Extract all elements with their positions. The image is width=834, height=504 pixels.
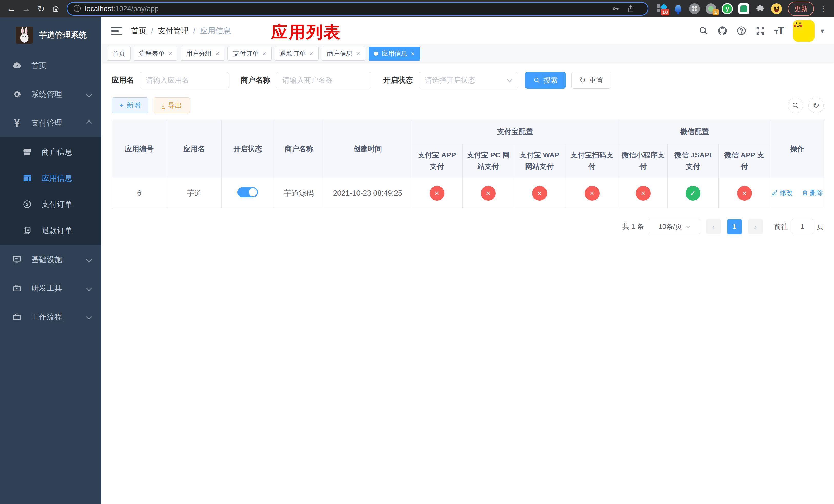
sidebar-item-refund-orders[interactable]: 退款订单 <box>0 217 101 244</box>
browser-back-button[interactable]: ← <box>5 2 18 15</box>
browser-home-button[interactable] <box>49 2 63 15</box>
monitor-icon <box>11 255 23 264</box>
goto-suffix: 页 <box>817 222 824 231</box>
extension-recorder-icon[interactable]: 1 <box>705 3 717 14</box>
col-app-id: 应用编号 <box>112 120 167 178</box>
extension-command-icon[interactable]: ⌘ <box>689 3 700 14</box>
pagination: 共 1 条 10条/页 ‹ 1 › 前往 页 <box>112 219 824 234</box>
app-name-input[interactable] <box>139 72 229 88</box>
goto-page-input[interactable] <box>792 219 813 234</box>
extension-badge: 10 <box>661 9 670 15</box>
col-wechat-app: 微信 APP 支付 <box>719 144 770 178</box>
close-icon[interactable]: × <box>215 50 219 57</box>
tab-app-info-active[interactable]: 应用信息× <box>369 47 420 61</box>
prev-page-button[interactable]: ‹ <box>706 219 721 234</box>
reset-button[interactable]: ↻ 重置 <box>571 72 611 89</box>
download-icon: ↓ <box>161 102 165 109</box>
tab-refund-orders[interactable]: 退款订单× <box>275 47 319 61</box>
tab-user-group[interactable]: 用户分组× <box>180 47 224 61</box>
status-toggle[interactable] <box>238 187 258 198</box>
sidebar-item-merchant-info[interactable]: 商户信息 <box>0 139 101 165</box>
status-fail-icon: × <box>737 186 752 201</box>
app-table: 应用编号 应用名 开启状态 商户名称 创建时间 支付宝配置 微信配置 操作 支付… <box>112 120 824 208</box>
page-size-select[interactable]: 10条/页 <box>649 219 700 234</box>
pencil-icon <box>771 189 778 196</box>
chevron-down-icon <box>86 314 92 320</box>
password-key-icon[interactable] <box>612 5 620 13</box>
font-size-icon[interactable]: TT <box>774 25 784 37</box>
sidebar-item-pay-orders[interactable]: ¥ 支付订单 <box>0 191 101 217</box>
chrome-update-button[interactable]: 更新 <box>788 2 814 16</box>
sidebar-item-system[interactable]: 系统管理 <box>0 80 101 109</box>
col-alipay-pc: 支付宝 PC 网站支付 <box>463 144 514 178</box>
sidebar-item-workflow[interactable]: 工作流程 <box>0 302 101 331</box>
avatar-caret-icon[interactable]: ▾ <box>821 27 824 35</box>
col-alipay-app: 支付宝 APP 支付 <box>411 144 463 178</box>
delete-link[interactable]: 删除 <box>802 188 823 198</box>
share-icon[interactable] <box>627 5 635 13</box>
browser-menu-icon[interactable]: ⋮ <box>815 4 829 14</box>
search-icon[interactable] <box>698 26 708 36</box>
col-wechat-lite: 微信小程序支付 <box>619 144 667 178</box>
status-select[interactable]: 请选择开启状态 <box>419 72 518 88</box>
edit-link[interactable]: 修改 <box>771 188 793 198</box>
goto-prefix: 前往 <box>774 222 788 231</box>
sidebar-toggle-icon[interactable] <box>111 25 122 37</box>
refresh-table-button[interactable]: ↻ <box>808 98 824 113</box>
site-info-icon[interactable]: ⓘ <box>73 4 81 14</box>
search-icon <box>792 101 799 109</box>
extension-chat-icon[interactable] <box>738 3 749 14</box>
extension-balloon-icon[interactable] <box>673 3 684 14</box>
cell-merchant: 芋道源码 <box>274 178 324 208</box>
status-success-icon: ✓ <box>685 186 700 201</box>
url-bar[interactable]: ⓘ localhost:1024/pay/app <box>67 2 648 16</box>
breadcrumb-home[interactable]: 首页 <box>131 26 147 36</box>
browser-reload-button[interactable]: ↻ <box>35 2 48 15</box>
sidebar-item-payment[interactable]: ¥ 支付管理 <box>0 109 101 137</box>
close-icon[interactable]: × <box>411 50 415 57</box>
extension-y-icon[interactable]: y <box>722 3 733 14</box>
col-status: 开启状态 <box>222 120 274 178</box>
close-icon[interactable]: × <box>356 50 360 57</box>
svg-text:¥: ¥ <box>26 202 28 207</box>
tab-home[interactable]: 首页 <box>107 47 131 61</box>
home-icon <box>51 4 60 13</box>
next-page-button[interactable]: › <box>748 219 763 234</box>
help-icon[interactable] <box>736 26 747 36</box>
search-button[interactable]: 搜索 <box>525 72 566 89</box>
chevron-down-icon <box>86 257 92 262</box>
close-icon[interactable]: × <box>309 50 313 57</box>
col-alipay-qr: 支付宝扫码支付 <box>565 144 619 178</box>
extension-badge: 1 <box>713 9 719 15</box>
close-icon[interactable]: × <box>262 50 266 57</box>
add-button[interactable]: + 新增 <box>112 97 149 113</box>
group-alipay-config: 支付宝配置 <box>411 120 619 144</box>
breadcrumb-payment[interactable]: 支付管理 <box>158 26 189 36</box>
sidebar-item-dev-tools[interactable]: 研发工具 <box>0 274 101 302</box>
close-icon[interactable]: × <box>168 50 172 57</box>
tab-pay-orders[interactable]: 支付订单× <box>227 47 271 61</box>
browser-forward-button[interactable]: → <box>20 2 33 15</box>
col-created: 创建时间 <box>324 120 411 178</box>
table-toolbar: + 新增 ↓ 导出 ↻ <box>112 97 824 113</box>
fullscreen-icon[interactable] <box>755 26 766 36</box>
tab-process-form[interactable]: 流程表单× <box>134 47 177 61</box>
github-icon[interactable] <box>717 26 728 36</box>
browser-chrome: ← → ↻ ⓘ localhost:1024/pay/app 10 ⌘ 1 y <box>0 0 834 18</box>
refresh-icon: ↻ <box>813 101 820 110</box>
sidebar-item-app-info[interactable]: 应用信息 <box>0 165 101 191</box>
profile-avatar-icon[interactable] <box>771 3 782 14</box>
sidebar-item-home[interactable]: 首页 <box>0 51 101 80</box>
merchant-name-input[interactable] <box>276 72 371 88</box>
page-number-1[interactable]: 1 <box>727 219 742 234</box>
app-title: 芋道管理系统 <box>39 30 87 41</box>
toolbox-icon <box>11 283 23 293</box>
toggle-search-button[interactable] <box>788 98 803 113</box>
extension-tasks-icon[interactable]: 10 <box>656 3 667 14</box>
export-button[interactable]: ↓ 导出 <box>154 97 190 113</box>
tab-merchant-info[interactable]: 商户信息× <box>322 47 366 61</box>
extensions-puzzle-icon[interactable] <box>754 3 766 14</box>
sidebar-logo[interactable]: 芋道管理系统 <box>0 18 101 51</box>
user-avatar[interactable] <box>793 20 814 42</box>
sidebar-item-infrastructure[interactable]: 基础设施 <box>0 245 101 274</box>
